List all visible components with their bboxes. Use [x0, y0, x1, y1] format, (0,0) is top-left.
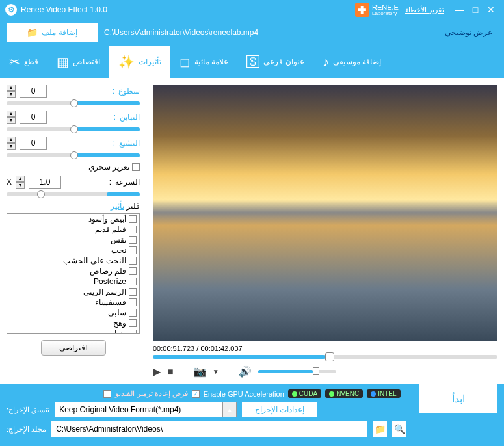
brightness-up[interactable]: ▲: [7, 85, 16, 91]
tab-cut[interactable]: ✂قطع: [0, 46, 47, 78]
contrast-up[interactable]: ▲: [7, 111, 16, 117]
maximize-button[interactable]: □: [468, 5, 483, 15]
music-icon: ♪: [323, 55, 329, 70]
filter-checkbox[interactable]: [129, 288, 137, 296]
brightness-down[interactable]: ▼: [7, 91, 16, 98]
filter-item[interactable]: قلم رصاص: [7, 266, 139, 276]
force-reencode-label: فرض إعادة ترميز الفيديو: [115, 389, 187, 398]
filter-item[interactable]: ضباب خفيف: [7, 328, 139, 334]
add-file-button[interactable]: 📁 إضافة ملف: [7, 23, 98, 42]
browse-dir-button[interactable]: 📁: [373, 421, 387, 437]
tab-effects[interactable]: ✨تأثيرات: [109, 46, 170, 78]
start-button[interactable]: ابدأ: [419, 384, 497, 413]
minimize-button[interactable]: —: [452, 5, 468, 15]
speed-label: السرعة: [115, 177, 140, 187]
speed-slider[interactable]: [7, 192, 140, 196]
filter-list[interactable]: أبيض وأسودفيلم قديمنقشنحتالنحت على الخشب…: [7, 213, 140, 334]
filter-item[interactable]: نقش: [7, 235, 139, 245]
filter-checkbox[interactable]: [129, 215, 137, 223]
speed-input[interactable]: [29, 176, 61, 189]
volume-slider[interactable]: [258, 370, 336, 373]
filter-checkbox[interactable]: [129, 246, 137, 254]
format-select[interactable]: [55, 402, 222, 417]
filter-item[interactable]: سلبي: [7, 308, 139, 318]
contrast-down[interactable]: ▼: [7, 117, 16, 124]
filter-checkbox[interactable]: [129, 278, 137, 285]
filter-checkbox[interactable]: [129, 319, 137, 327]
filter-item[interactable]: Posterize: [7, 276, 139, 287]
saturation-label: التشبع: [119, 138, 140, 148]
filter-item[interactable]: الرسم الزيتي: [7, 287, 139, 297]
watermark-icon: ◻: [179, 54, 191, 70]
filter-item[interactable]: نحت: [7, 245, 139, 256]
brightness-slider[interactable]: [7, 101, 140, 105]
filter-checkbox[interactable]: [129, 298, 137, 306]
filter-item[interactable]: النحت على الخشب: [7, 256, 139, 266]
filter-checkbox[interactable]: [129, 267, 137, 275]
filter-checkbox[interactable]: [129, 309, 137, 317]
wand-icon: ✨: [118, 54, 135, 70]
volume-icon[interactable]: 🔊: [239, 365, 252, 378]
crop-icon: ▦: [57, 54, 69, 70]
preview-panel: 00:00:51.723 / 00:01:42.037 ▶ ■ 📷 ▼ 🔊: [146, 78, 504, 384]
brightness-input[interactable]: [20, 85, 47, 98]
format-dropdown-button[interactable]: ▲: [222, 402, 237, 417]
saturation-input[interactable]: [20, 137, 47, 150]
contrast-slider[interactable]: [7, 127, 140, 131]
speed-down[interactable]: ▼: [16, 182, 25, 189]
video-preview[interactable]: [153, 85, 497, 341]
snapshot-dropdown[interactable]: ▼: [213, 368, 219, 375]
bottom-panel: فرض إعادة ترميز الفيديو ✓ Enable GPU Acc…: [0, 384, 504, 446]
filter-checkbox[interactable]: [129, 236, 137, 244]
saturation-slider[interactable]: [7, 153, 140, 157]
snapshot-button[interactable]: 📷: [193, 365, 206, 378]
nvenc-badge: NVENC: [325, 389, 363, 398]
filter-item[interactable]: وهج: [7, 318, 139, 328]
logo-cross-icon: ✚: [355, 3, 369, 17]
intel-badge: INTEL: [367, 389, 400, 398]
app-title: Renee Video Effect 1.0.0: [21, 5, 107, 14]
stop-button[interactable]: ■: [167, 366, 174, 378]
gpu-accel-checkbox[interactable]: ✓: [192, 390, 200, 398]
magic-enhance-checkbox[interactable]: [132, 163, 140, 171]
gpu-accel-label: Enable GPU Acceleration: [204, 390, 284, 398]
tab-crop[interactable]: ▦اقتصاص: [47, 46, 109, 78]
titlebar: ⚙ Renee Video Effect 1.0.0 ✚ RENE.E Labo…: [0, 0, 504, 20]
open-dir-button[interactable]: 🔍: [392, 421, 406, 437]
output-settings-button[interactable]: إعدادات الإخراج: [242, 402, 317, 417]
bug-report-link[interactable]: تقرير الأخطاء: [405, 6, 444, 14]
filter-item[interactable]: فيلم قديم: [7, 224, 139, 235]
output-dir-input[interactable]: [51, 421, 367, 437]
filter-effect-link[interactable]: تأثير: [111, 202, 124, 211]
cuda-badge: CUDA: [288, 389, 321, 398]
brand-logo: ✚ RENE.E Laboratory: [355, 3, 399, 17]
default-button[interactable]: افتراضي: [41, 340, 106, 356]
effects-sidebar: سطوع: ▲▼ التباين: ▲▼ التشبع:: [0, 78, 146, 384]
filter-item[interactable]: فسيفساء: [7, 297, 139, 308]
seek-slider[interactable]: [153, 355, 497, 359]
tab-watermark[interactable]: ◻علامة مائية: [170, 46, 237, 78]
force-reencode-checkbox[interactable]: [103, 390, 111, 398]
filter-item[interactable]: أبيض وأسود: [7, 214, 139, 224]
contrast-input[interactable]: [20, 111, 47, 124]
brightness-label: سطوع: [118, 86, 140, 96]
toolbar: 📁 إضافة ملف C:\Users\Administrator\Video…: [0, 20, 504, 46]
dir-label: :مجلد الإخراج: [7, 425, 46, 434]
play-button[interactable]: ▶: [153, 365, 161, 378]
tab-subtitle[interactable]: 🅂عنوان فرعي: [237, 46, 313, 78]
magic-enhance-label: تعزيز سحري: [88, 163, 129, 172]
video-frame: [153, 85, 497, 341]
folder-plus-icon: 📁: [27, 27, 38, 38]
contrast-label: التباين: [120, 112, 140, 122]
filter-checkbox[interactable]: [129, 226, 137, 233]
demo-link[interactable]: عرض توضيحي: [445, 28, 492, 37]
filter-checkbox[interactable]: [129, 257, 137, 265]
speed-up[interactable]: ▲: [16, 176, 25, 182]
tabs: ✂قطع ▦اقتصاص ✨تأثيرات ◻علامة مائية 🅂عنوا…: [0, 46, 504, 78]
saturation-down[interactable]: ▼: [7, 143, 16, 150]
tab-music[interactable]: ♪إضافة موسيقى: [313, 46, 390, 78]
filter-checkbox[interactable]: [129, 330, 137, 334]
close-button[interactable]: ✕: [483, 5, 499, 15]
saturation-up[interactable]: ▲: [7, 137, 16, 143]
scissors-icon: ✂: [9, 54, 20, 70]
